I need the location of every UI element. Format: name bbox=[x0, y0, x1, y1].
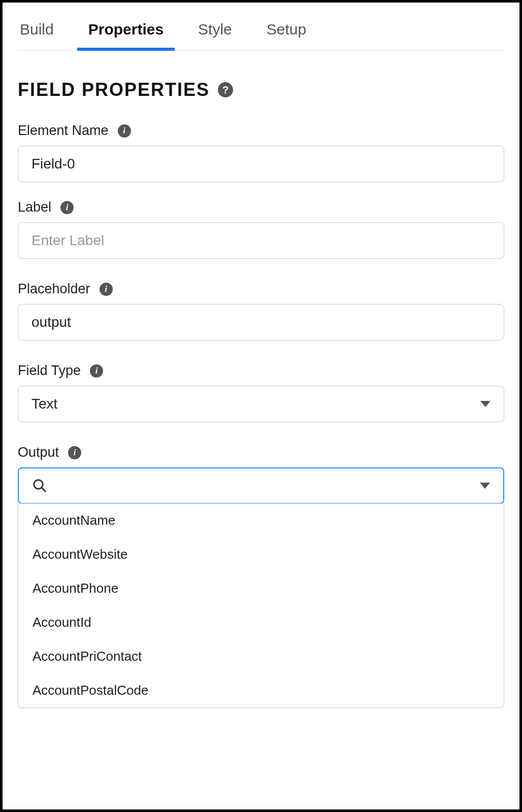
tab-build[interactable]: Build bbox=[18, 14, 56, 50]
section-header: FIELD PROPERTIES ? bbox=[18, 79, 504, 100]
label-input[interactable] bbox=[18, 222, 504, 259]
label-label: Label bbox=[18, 199, 51, 215]
field-type-label: Field Type bbox=[18, 363, 81, 379]
form-group-field-type: Field Type i Text bbox=[18, 363, 504, 422]
label-row: Placeholder i bbox=[18, 281, 504, 297]
form-group-placeholder: Placeholder i bbox=[18, 281, 504, 341]
info-icon[interactable]: i bbox=[118, 124, 131, 138]
label-row: Field Type i bbox=[18, 363, 504, 379]
info-icon[interactable]: i bbox=[90, 364, 103, 378]
search-icon bbox=[32, 478, 47, 493]
output-option[interactable]: AccountPhone bbox=[18, 571, 504, 605]
placeholder-input[interactable] bbox=[18, 304, 504, 341]
form-group-output: Output i AccountName AccountWebsite Acco… bbox=[18, 445, 504, 708]
output-option[interactable]: AccountName bbox=[18, 503, 504, 537]
label-row: Element Name i bbox=[18, 123, 504, 139]
output-option[interactable]: AccountPriContact bbox=[18, 639, 504, 673]
form-group-element-name: Element Name i bbox=[18, 123, 504, 182]
field-type-select[interactable]: Text bbox=[18, 386, 504, 422]
output-option[interactable]: AccountPostalCode bbox=[18, 673, 504, 707]
tab-bar: Build Properties Style Setup bbox=[18, 14, 504, 51]
panel-frame: Build Properties Style Setup FIELD PROPE… bbox=[0, 0, 522, 812]
svg-line-1 bbox=[42, 488, 46, 492]
tab-style[interactable]: Style bbox=[196, 14, 234, 50]
output-option[interactable]: AccountId bbox=[18, 605, 504, 639]
chevron-down-icon bbox=[480, 483, 490, 489]
info-icon[interactable]: i bbox=[100, 283, 113, 296]
element-name-label: Element Name bbox=[18, 123, 109, 139]
form-group-label: Label i bbox=[18, 199, 504, 259]
element-name-input[interactable] bbox=[18, 146, 504, 182]
label-row: Output i bbox=[18, 445, 504, 460]
help-icon[interactable]: ? bbox=[218, 82, 233, 97]
label-row: Label i bbox=[18, 199, 504, 215]
output-label: Output bbox=[18, 445, 59, 460]
tab-setup[interactable]: Setup bbox=[265, 14, 308, 50]
output-option[interactable]: AccountWebsite bbox=[18, 537, 504, 571]
tab-properties[interactable]: Properties bbox=[86, 14, 166, 50]
output-combobox[interactable] bbox=[18, 467, 504, 504]
output-dropdown: AccountName AccountWebsite AccountPhone … bbox=[18, 503, 504, 708]
field-type-value: Text bbox=[31, 396, 57, 412]
section-title: FIELD PROPERTIES bbox=[18, 79, 210, 100]
info-icon[interactable]: i bbox=[60, 201, 74, 214]
info-icon[interactable]: i bbox=[68, 446, 81, 459]
chevron-down-icon bbox=[480, 401, 491, 407]
placeholder-label: Placeholder bbox=[18, 281, 90, 297]
